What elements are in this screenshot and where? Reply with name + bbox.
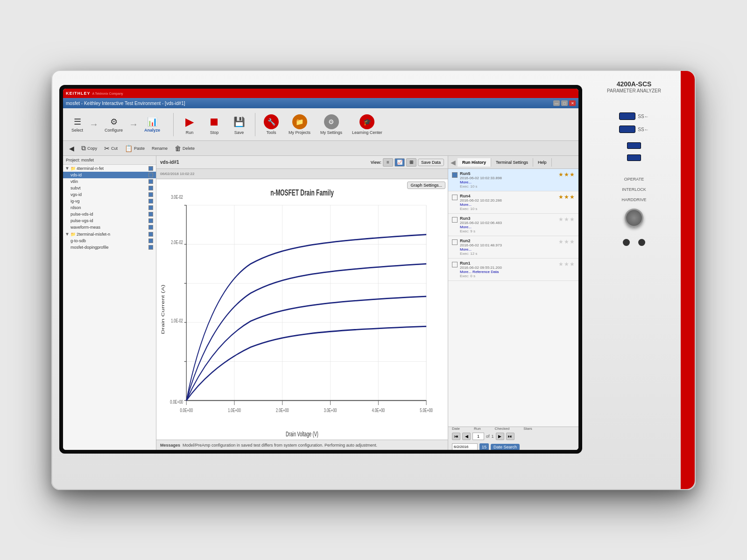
- main-toolbar: ☰ Select → ⚙ Configure → 📊 Analyze: [63, 108, 578, 141]
- run-label: Run: [186, 130, 194, 135]
- run1-checkbox[interactable]: [452, 262, 458, 267]
- rename-button[interactable]: Rename: [149, 145, 170, 152]
- learning-center-label: Learning Center: [352, 130, 382, 135]
- tree-item-ig-vg[interactable]: ig-vg: [63, 198, 156, 204]
- checkbox-4terminal[interactable]: [148, 166, 153, 171]
- tree-item-2terminal[interactable]: ▼ 📁 2terminal-misfet-n: [63, 231, 156, 238]
- minimize-button[interactable]: —: [553, 100, 560, 106]
- run4-more[interactable]: More...: [460, 203, 556, 207]
- headphone-port-1[interactable]: [623, 239, 630, 246]
- usb3-port-1[interactable]: [619, 112, 635, 120]
- learning-center-button[interactable]: 🎓 Learning Center: [348, 112, 386, 137]
- tree-item-mosfet-dopingprofile[interactable]: mosfet-dopingprofile: [63, 244, 156, 251]
- run1-more[interactable]: More... Reference Data: [460, 270, 556, 274]
- checkbox-pulse-vds-id[interactable]: [148, 212, 153, 217]
- back-button[interactable]: ◀: [67, 144, 77, 153]
- view-table-btn[interactable]: ≡: [383, 158, 393, 167]
- run5-checkbox[interactable]: [452, 172, 458, 178]
- view-split-btn[interactable]: ⊞: [406, 158, 416, 167]
- checkbox-rdson[interactable]: [148, 205, 153, 210]
- run3-checkbox[interactable]: [452, 217, 458, 223]
- page-input[interactable]: [472, 433, 484, 440]
- prev-page-btn[interactable]: ◀: [462, 433, 471, 440]
- usb2-port-1[interactable]: [627, 142, 641, 149]
- tab-terminal-settings[interactable]: Terminal Settings: [491, 158, 533, 167]
- graph-settings-button[interactable]: Graph Settings...: [407, 182, 445, 189]
- save-button[interactable]: 💾 Save: [228, 112, 250, 137]
- date-input[interactable]: [452, 443, 478, 450]
- tree-item-vds-id[interactable]: vds-id: [63, 172, 156, 178]
- tree-item-pulse-vgs-id[interactable]: pulse-vgs-id: [63, 217, 156, 224]
- chart-date: 06/02/2016 10:02:22: [160, 172, 194, 176]
- tree-item-waveform-meas[interactable]: waveform-meas: [63, 224, 156, 231]
- checkbox-pulse-vgs-id[interactable]: [148, 218, 153, 223]
- panel-collapse-btn[interactable]: ◀: [448, 156, 458, 168]
- run2-checkbox[interactable]: [452, 239, 458, 245]
- maximize-button[interactable]: □: [561, 100, 568, 106]
- next-page-btn[interactable]: ▶: [496, 433, 504, 440]
- projects-icon: 📁: [292, 114, 307, 129]
- checkbox-g-to-sdb[interactable]: [148, 238, 153, 243]
- run-item-5[interactable]: Run5 2016-06-02 10:02:33.898 More... Exe…: [448, 169, 578, 191]
- usb3-port-2[interactable]: [619, 126, 635, 133]
- tree-item-subvt[interactable]: subvt: [63, 185, 156, 191]
- secondary-toolbar: ◀ ⧉ Copy ✂ Cut 📋 Paste Rename: [63, 141, 578, 156]
- tree-item-pulse-vds-id[interactable]: pulse-vds-id: [63, 211, 156, 217]
- tree-item-g-to-sdb[interactable]: g-to-sdb: [63, 238, 156, 244]
- tree-item-rdson[interactable]: rdson: [63, 204, 156, 211]
- run3-more[interactable]: More...: [460, 225, 556, 229]
- red-accent-stripe: [681, 71, 695, 489]
- chart-svg: n-MOSFET Drain Family: [156, 179, 448, 440]
- run-button[interactable]: ▶ Run: [178, 112, 201, 137]
- pagination-bar: Date Run Checked Stars ⏮ ◀ of 1 ▶: [448, 427, 578, 450]
- analyze-workflow-btn[interactable]: 📊 Analyze: [141, 115, 164, 134]
- checkbox-vds-id[interactable]: [148, 173, 153, 177]
- model-number: 4200A-SCS: [607, 80, 661, 88]
- rename-label: Rename: [152, 146, 168, 151]
- last-page-btn[interactable]: ⏭: [506, 433, 514, 440]
- first-page-btn[interactable]: ⏮: [452, 433, 460, 440]
- delete-button[interactable]: 🗑 Delete: [172, 144, 197, 153]
- run4-checkbox[interactable]: [452, 195, 458, 200]
- usb2-port-2[interactable]: [627, 154, 641, 161]
- checkbox-vgs-id[interactable]: [148, 192, 153, 197]
- configure-workflow-btn[interactable]: ⚙ Configure: [101, 115, 127, 134]
- cut-button[interactable]: ✂ Cut: [102, 144, 120, 153]
- run2-more[interactable]: More...: [460, 247, 556, 252]
- save-data-button[interactable]: Save Data: [418, 159, 444, 166]
- vds-id-label: vds-id: [70, 173, 82, 177]
- checkbox-vtlin[interactable]: [148, 179, 153, 184]
- my-projects-button[interactable]: 📁 My Projects: [285, 112, 314, 137]
- paste-button[interactable]: 📋 Paste: [122, 144, 147, 153]
- run-item-4[interactable]: Run4 2016-06-02 10:02:20.286 More... Exe…: [448, 191, 578, 214]
- tree-item-vtlin[interactable]: vtlin: [63, 178, 156, 185]
- headphone-port-2[interactable]: [638, 239, 645, 246]
- checkbox-subvt[interactable]: [148, 186, 153, 190]
- svg-text:2.0E-02: 2.0E-02: [171, 239, 183, 245]
- my-settings-button[interactable]: ⚙ My Settings: [317, 112, 346, 137]
- select-label: Select: [71, 128, 83, 133]
- tree-item-vgs-id[interactable]: vgs-id: [63, 191, 156, 198]
- tab-help[interactable]: Help: [533, 158, 552, 167]
- checkbox-mosfet-dopingprofile[interactable]: [148, 245, 153, 250]
- run-item-3[interactable]: Run3 2016-06-02 10:02:06.483 More... Exe…: [448, 214, 578, 236]
- power-button[interactable]: [625, 209, 643, 227]
- run-item-2[interactable]: Run2 2016-06-02 10:01:48.973 More... Exe…: [448, 236, 578, 259]
- tree-item-4terminal[interactable]: ▼ 📁 4terminal-n-fet: [63, 165, 156, 172]
- run1-star-2: ★: [564, 261, 569, 267]
- tools-button[interactable]: 🔧 Tools: [260, 112, 282, 137]
- stop-button[interactable]: ⏹ Stop: [203, 112, 226, 137]
- tab-run-history[interactable]: Run History: [458, 158, 491, 167]
- run-item-1[interactable]: Run1 2016-06-02 09:55:21.200 More... Ref…: [448, 259, 578, 281]
- checkbox-2terminal[interactable]: [148, 232, 153, 237]
- run5-more[interactable]: More...: [460, 180, 556, 184]
- star-icon-3: ★: [570, 171, 575, 178]
- vtlin-label: vtlin: [70, 179, 78, 184]
- select-workflow-btn[interactable]: ☰ Select: [68, 115, 87, 134]
- checkbox-waveform-meas[interactable]: [148, 225, 153, 230]
- date-search-button[interactable]: Date Search: [491, 444, 520, 450]
- copy-button[interactable]: ⧉ Copy: [79, 143, 99, 153]
- view-graph-btn[interactable]: 📈: [395, 158, 405, 167]
- checkbox-ig-vg[interactable]: [148, 199, 153, 203]
- close-button[interactable]: ✕: [569, 100, 576, 106]
